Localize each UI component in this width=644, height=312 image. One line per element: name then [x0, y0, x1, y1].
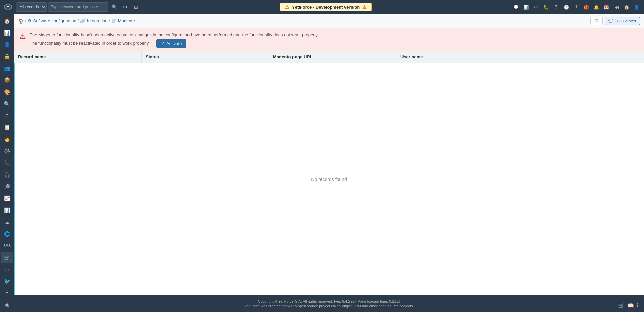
notifications-button[interactable]: 🕐	[561, 2, 571, 12]
breadcrumb-software-config[interactable]: ⚙ Software configuration	[28, 18, 76, 23]
alert-line1: The Magento functionality hasn't been ac…	[30, 32, 639, 39]
app-title-badge: ⚠ YetiForce - Development version ⚠	[280, 3, 372, 11]
table-header: Record name Status Magento page URL User…	[14, 51, 644, 63]
sidebar-item-home[interactable]: 🏠	[1, 15, 13, 26]
sidebar-item-facebook[interactable]: f	[1, 288, 13, 299]
help-button[interactable]: ?	[551, 2, 561, 12]
footer-cart-icon[interactable]: 🛒	[618, 302, 625, 309]
svg-text:Y: Y	[7, 5, 9, 9]
sidebar-item-barchart[interactable]: 📈	[1, 193, 13, 204]
alert-line2: The functionality must be reactivated in…	[30, 40, 150, 47]
sidebar: 🏠 📊 👤 🔒 👥 📦 🎨 🔍 🛡 📋 🧑 👫 📞 🎧 🔎 📈 📊 ☁ 🌐 SM…	[0, 14, 14, 312]
warn-left-icon: ⚠	[285, 4, 289, 10]
sidebar-item-people[interactable]: 👫	[1, 145, 13, 157]
sidebar-item-sms[interactable]: SMS	[1, 240, 13, 251]
topbar: Y All records 🔍 ⚙ ⊞ ⚠ YetiForce - Develo…	[0, 0, 644, 14]
table-body: No records found	[14, 63, 644, 295]
breadcrumb-sep-1: /	[25, 19, 26, 23]
no-records-message: No records found	[311, 177, 347, 182]
add-button[interactable]: +	[572, 2, 581, 12]
integration-link[interactable]: Integration	[87, 18, 107, 23]
activate-button[interactable]: ✓ Activate	[156, 39, 186, 48]
config-icon: ⚙	[28, 18, 32, 23]
sidebar-item-lock[interactable]: 🔒	[1, 51, 13, 62]
sidebar-item-headset[interactable]: 🎧	[1, 169, 13, 180]
footer-right-icons: 🛒 📖 ℹ	[618, 302, 639, 309]
footer-credit: YetiForce was created thanks to open sou…	[244, 304, 414, 308]
view-toggle-button[interactable]: ⊞	[131, 2, 141, 12]
table-left-border	[14, 63, 15, 295]
warn-right-icon: ⚠	[362, 4, 367, 10]
breadcrumb-integration[interactable]: 🔗 Integration	[80, 18, 107, 23]
sidebar-item-users[interactable]: 👥	[1, 63, 13, 74]
breadcrumb-bar: 🏠 / ⚙ Software configuration / 🔗 Integra…	[14, 14, 644, 28]
alert-warning-icon: ⚠	[19, 32, 26, 41]
chat-button[interactable]: 💬	[511, 2, 521, 12]
footer: Copyright © YetiForce S.A. All rights re…	[14, 295, 644, 312]
search-button[interactable]: 🔍	[110, 2, 119, 12]
alert-banner: ⚠ The Magento functionality hasn't been …	[14, 28, 644, 51]
integration-icon: 🔗	[80, 18, 86, 23]
breadcrumb-sep-2: /	[78, 19, 79, 23]
footer-info-icon[interactable]: ℹ	[637, 302, 639, 309]
sidebar-item-list[interactable]: 📋	[1, 122, 13, 133]
main-area: 🏠 📊 👤 🔒 👥 📦 🎨 🔍 🛡 📋 🧑 👫 📞 🎧 🔎 📈 📊 ☁ 🌐 SM…	[0, 14, 644, 312]
sidebar-item-cloud2[interactable]: 🌐	[1, 229, 13, 240]
sidebar-item-twitter[interactable]: 🐦	[1, 276, 13, 287]
sidebar-item-github[interactable]: ◉	[1, 300, 13, 311]
sidebar-item-cloud[interactable]: ☁	[1, 216, 13, 228]
footer-copyright: Copyright © YetiForce S.A. All rights re…	[258, 299, 400, 303]
records-select[interactable]: All records	[16, 2, 47, 12]
logs-viewer-button[interactable]: 💬 Logs viewer	[605, 17, 640, 25]
table-area: Record name Status Magento page URL User…	[14, 51, 644, 295]
sidebar-item-magento[interactable]: 🛒	[1, 252, 13, 263]
breadcrumb-actions: 📋 💬 Logs viewer	[590, 17, 640, 25]
bug-report-button[interactable]: 🐛	[541, 2, 551, 12]
sidebar-item-search[interactable]: 🔍	[1, 98, 13, 109]
sidebar-item-shield[interactable]: 🛡	[1, 110, 13, 121]
breadcrumb-magento[interactable]: 🛒 Magento	[111, 18, 135, 23]
sidebar-item-contacts[interactable]: 👤	[1, 39, 13, 50]
sidebar-item-dashboard[interactable]: 📊	[1, 27, 13, 38]
sidebar-item-linkedin[interactable]: in	[1, 264, 13, 275]
col-magento-url: Magento page URL	[269, 51, 396, 63]
magento-link[interactable]: Magento	[118, 18, 135, 23]
settings-button[interactable]: ⚙	[120, 2, 130, 12]
magento-icon: 🛒	[111, 18, 117, 23]
sidebar-item-phone[interactable]: 📞	[1, 158, 13, 169]
calendar-button[interactable]: 📅	[602, 2, 611, 12]
bell-button[interactable]: 🔔	[592, 2, 601, 12]
rewards-button[interactable]: 🎁	[582, 2, 591, 12]
footer-book-icon[interactable]: 📖	[627, 302, 634, 309]
col-record-name: Record name	[14, 51, 142, 63]
topbar-right-actions: 💬 📊 ⚙ 🐛 ? 🕐 + 🎁 🔔 📅 ⏮ 🏠 👤	[511, 2, 641, 12]
content-area: 🏠 / ⚙ Software configuration / 🔗 Integra…	[14, 14, 644, 312]
checkmark-icon: ✓	[161, 41, 165, 46]
breadcrumb-home[interactable]: 🏠	[18, 18, 24, 24]
topbar-center: ⚠ YetiForce - Development version ⚠	[142, 3, 510, 11]
software-config-link[interactable]: Software configuration	[33, 18, 76, 23]
sidebar-item-palette[interactable]: 🎨	[1, 86, 13, 98]
analytics-button[interactable]: 📊	[521, 2, 531, 12]
home-button[interactable]: 🏠	[622, 2, 631, 12]
sidebar-item-table[interactable]: 📊	[1, 205, 13, 216]
sidebar-item-person[interactable]: 🧑	[1, 134, 13, 145]
search-input[interactable]	[48, 2, 108, 12]
col-status: Status	[142, 51, 269, 63]
sidebar-item-modules[interactable]: 📦	[1, 75, 13, 86]
sidebar-item-search2[interactable]: 🔎	[1, 181, 13, 192]
admin-settings-button[interactable]: ⚙	[531, 2, 541, 12]
logs-icon: 💬	[608, 19, 613, 23]
user-menu-button[interactable]: 👤	[632, 2, 641, 12]
app-title: YetiForce - Development version	[292, 5, 360, 10]
open-source-link[interactable]: open source project	[298, 304, 330, 308]
col-user-name: User name	[396, 51, 644, 63]
logo: Y	[3, 2, 13, 12]
view-button[interactable]: 📋	[590, 17, 603, 25]
history-button[interactable]: ⏮	[612, 2, 621, 12]
breadcrumb-sep-3: /	[109, 19, 110, 23]
alert-text: The Magento functionality hasn't been ac…	[30, 32, 639, 48]
